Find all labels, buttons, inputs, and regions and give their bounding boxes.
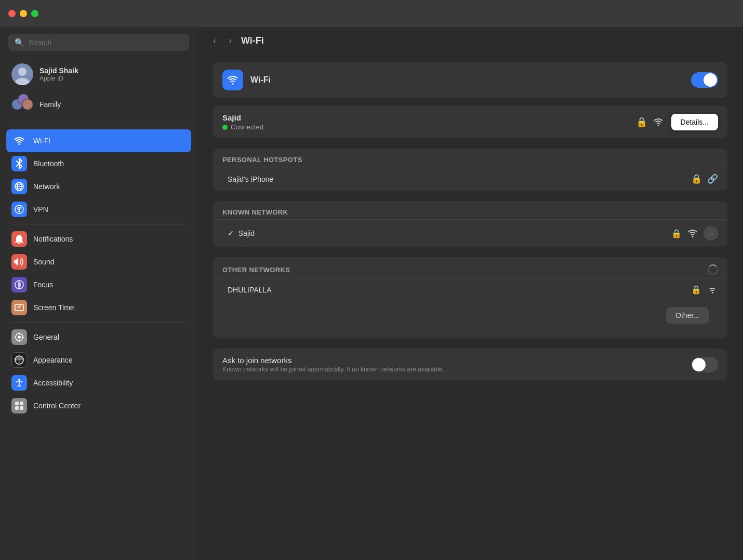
accessibility-icon	[11, 375, 27, 391]
forward-button[interactable]: ›	[225, 33, 235, 48]
details-button[interactable]: Details...	[671, 114, 718, 130]
sidebar-item-controlcenter[interactable]: Control Center	[6, 394, 191, 417]
search-icon: 🔍	[15, 38, 24, 47]
connected-row: Sajid Connected 🔒	[213, 106, 727, 138]
lock-icon: 🔒	[691, 174, 702, 184]
sidebar-item-notifications[interactable]: Notifications	[6, 228, 191, 250]
sidebar-item-vpn[interactable]: VPN	[6, 198, 191, 221]
sidebar-item-label-network: Network	[33, 182, 60, 191]
svg-rect-22	[15, 402, 19, 405]
svg-point-9	[18, 208, 20, 210]
profile-section: Sajid Shaik Apple ID Family	[0, 56, 197, 123]
controlcenter-icon	[11, 398, 27, 414]
profile-name: Sajid Shaik	[39, 66, 78, 75]
connected-network-card: Sajid Connected 🔒	[213, 106, 727, 138]
sidebar-item-sound[interactable]: Sound	[6, 250, 191, 273]
connected-info: Sajid Connected	[222, 113, 636, 131]
page-title: Wi-Fi	[241, 35, 264, 46]
content-header: ‹ › Wi-Fi	[197, 27, 743, 54]
maximize-button[interactable]	[31, 10, 38, 17]
sidebar-item-accessibility[interactable]: Accessibility	[6, 371, 191, 394]
sound-icon	[11, 254, 27, 270]
known-network-icons: 🔒 ···	[671, 226, 718, 241]
wifi-big-icon	[222, 70, 243, 90]
sidebar-item-label-bluetooth: Bluetooth	[33, 159, 64, 168]
sidebar-item-label-focus: Focus	[33, 281, 53, 289]
connected-network-name: Sajid	[222, 113, 636, 122]
ask-to-join-row: Ask to join networks Known networks will…	[213, 349, 727, 380]
svg-point-1	[18, 68, 26, 76]
sidebar-item-label-accessibility: Accessibility	[33, 379, 73, 387]
sidebar-item-bluetooth[interactable]: Bluetooth	[6, 152, 191, 175]
checkmark-icon: ✓	[228, 229, 234, 238]
bluetooth-icon	[11, 156, 27, 171]
personal-hotspots-card: Personal Hotspots Sajid's iPhone 🔒 🔗	[213, 149, 727, 191]
sidebar-item-wifi[interactable]: Wi-Fi	[6, 129, 191, 152]
known-network-item[interactable]: ✓ Sajid 🔒 ···	[213, 219, 727, 247]
titlebar	[0, 0, 743, 27]
content-body: Wi-Fi Sajid Connected 🔒	[197, 54, 743, 560]
network-icon	[11, 179, 27, 194]
toggle-knob-off	[692, 358, 706, 371]
family-avatars	[11, 94, 33, 115]
known-networks-card: Known Network ✓ Sajid 🔒 ···	[213, 201, 727, 247]
sidebar-item-focus[interactable]: Focus	[6, 273, 191, 296]
sidebar-divider	[6, 125, 191, 125]
more-options-button[interactable]: ···	[704, 226, 718, 241]
wifi-toggle-row: Wi-Fi	[213, 62, 727, 98]
green-dot	[222, 125, 228, 130]
link-icon: 🔗	[707, 174, 718, 184]
nav-section: Wi-Fi Bluetooth	[0, 127, 197, 419]
search-input[interactable]	[29, 38, 183, 47]
notifications-icon	[11, 231, 27, 247]
content-area: ‹ › Wi-Fi Wi-Fi	[197, 27, 743, 560]
connected-icons: 🔒	[636, 116, 664, 128]
avatar	[11, 63, 33, 85]
svg-point-15	[18, 336, 21, 339]
sidebar-item-screentime[interactable]: Screen Time	[6, 296, 191, 319]
traffic-lights	[8, 10, 38, 17]
ask-to-join-toggle[interactable]	[691, 357, 718, 372]
sidebar-item-network[interactable]: Network	[6, 175, 191, 198]
other-networks-title: Other Networks	[222, 266, 708, 274]
loading-spinner	[708, 264, 718, 275]
other-network-item[interactable]: DHULIPALLA 🔒	[213, 278, 727, 301]
sidebar-item-label-vpn: VPN	[33, 205, 48, 214]
personal-hotspots-header: Personal Hotspots	[213, 149, 727, 167]
svg-rect-25	[20, 406, 23, 410]
minimize-button[interactable]	[20, 10, 27, 17]
ask-to-join-title: Ask to join networks	[222, 356, 691, 365]
ask-to-join-info: Ask to join networks Known networks will…	[222, 356, 691, 373]
wifi-signal-icon	[653, 118, 664, 127]
other-network-icons: 🔒	[691, 285, 718, 295]
other-networks-button[interactable]: Other...	[666, 307, 709, 324]
svg-rect-23	[20, 402, 23, 405]
sidebar-item-appearance[interactable]: Appearance	[6, 349, 191, 371]
back-button[interactable]: ‹	[210, 33, 219, 48]
wifi-toggle-switch[interactable]	[691, 72, 718, 88]
appearance-icon	[11, 352, 27, 368]
family-label: Family	[39, 100, 61, 109]
profile-info: Sajid Shaik Apple ID	[39, 66, 78, 82]
main-layout: 🔍 Sajid Shaik Apple ID	[0, 27, 743, 560]
search-bar[interactable]: 🔍	[8, 34, 189, 51]
sidebar-item-label-general: General	[33, 333, 59, 341]
other-networks-card: Other Networks DHULIPALLA 🔒	[213, 257, 727, 338]
sidebar: 🔍 Sajid Shaik Apple ID	[0, 27, 197, 560]
sidebar-item-label-sound: Sound	[33, 258, 54, 266]
family-item[interactable]: Family	[6, 89, 191, 119]
sidebar-item-label-screentime: Screen Time	[33, 303, 74, 312]
hotspot-item[interactable]: Sajid's iPhone 🔒 🔗	[213, 167, 727, 191]
close-button[interactable]	[8, 10, 16, 17]
sidebar-item-label-appearance: Appearance	[33, 356, 73, 364]
known-network-name: Sajid	[238, 229, 671, 237]
ask-to-join-subtitle: Known networks will be joined automatica…	[222, 366, 691, 373]
hotspot-icons: 🔒 🔗	[691, 174, 718, 184]
wifi-icon	[687, 229, 698, 238]
lock-icon: 🔒	[671, 229, 682, 238]
general-icon	[11, 329, 27, 345]
sidebar-item-general[interactable]: General	[6, 326, 191, 349]
sidebar-item-label-notifications: Notifications	[33, 235, 73, 243]
wifi-icon	[11, 133, 27, 149]
profile-item[interactable]: Sajid Shaik Apple ID	[6, 59, 191, 89]
